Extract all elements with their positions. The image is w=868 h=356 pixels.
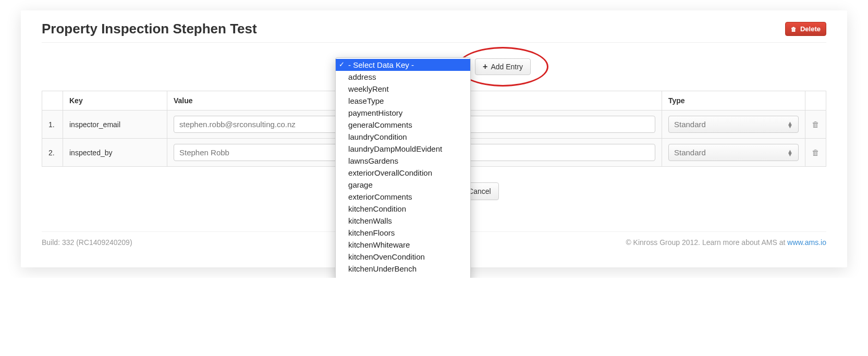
footer-copyright: © Kinross Group 2012. Learn more about A… [626, 238, 826, 247]
dropdown-option[interactable]: kitchenComments [336, 275, 470, 278]
dropdown-option[interactable]: kitchenOvenCondition [336, 251, 470, 263]
delete-row-button[interactable]: 🗑 [812, 148, 820, 157]
dropdown-option[interactable]: weeklyRent [336, 83, 470, 95]
data-key-select[interactable]: - Select Data Key -addressweeklyRentleas… [337, 58, 468, 75]
chevron-updown-icon: ▲▼ [787, 121, 793, 128]
build-info: Build: 332 (RC1409240209) [42, 238, 132, 247]
col-header-num [42, 91, 63, 111]
dropdown-option[interactable]: laundryDampMouldEvident [336, 143, 470, 155]
dropdown-option[interactable]: lawnsGardens [336, 155, 470, 167]
page-title: Property Inspection Stephen Test [42, 21, 257, 37]
row-number: 2. [42, 139, 63, 167]
dropdown-option[interactable]: leaseType [336, 95, 470, 107]
delete-button[interactable]: Delete [785, 22, 826, 36]
dropdown-option[interactable]: kitchenWhiteware [336, 239, 470, 251]
dropdown-option[interactable]: kitchenCondition [336, 203, 470, 215]
dropdown-option[interactable]: paymentHistory [336, 107, 470, 119]
row-key: inspector_email [63, 111, 167, 139]
row-number: 1. [42, 111, 63, 139]
row-key: inspected_by [63, 139, 167, 167]
delete-row-button[interactable]: 🗑 [812, 120, 820, 129]
dropdown-option[interactable]: garage [336, 179, 470, 191]
chevron-updown-icon: ▲▼ [787, 150, 793, 156]
type-select[interactable]: Standard▲▼ [668, 116, 799, 133]
dropdown-option[interactable]: kitchenWalls [336, 215, 470, 227]
col-header-type: Type [662, 91, 805, 111]
add-entry-button[interactable]: +Add Entry [475, 58, 531, 75]
dropdown-option[interactable]: - Select Data Key - [336, 59, 470, 71]
type-select[interactable]: Standard▲▼ [668, 144, 799, 161]
dropdown-option[interactable]: exteriorComments [336, 191, 470, 203]
col-header-action [805, 91, 826, 111]
dropdown-option[interactable]: kitchenUnderBench [336, 263, 470, 275]
dropdown-option[interactable]: address [336, 71, 470, 83]
trash-icon [791, 25, 798, 33]
plus-icon: + [483, 62, 487, 71]
data-key-dropdown-menu[interactable]: - Select Data Key -addressweeklyRentleas… [335, 57, 471, 278]
dropdown-option[interactable]: exteriorOverallCondition [336, 167, 470, 179]
dropdown-option[interactable]: laundryCondition [336, 131, 470, 143]
col-header-key: Key [63, 91, 167, 111]
footer-link[interactable]: www.ams.io [787, 238, 826, 247]
dropdown-option[interactable]: generalComments [336, 119, 470, 131]
dropdown-option[interactable]: kitchenFloors [336, 227, 470, 239]
